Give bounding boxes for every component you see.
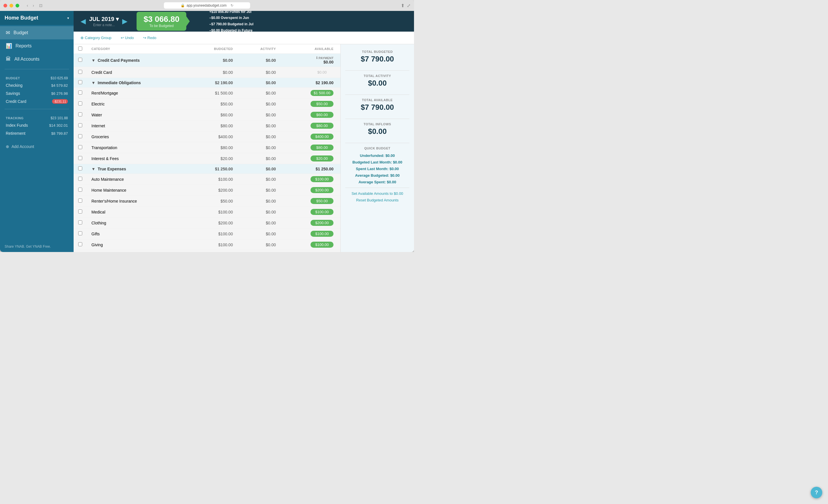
sidebar-account-retirement[interactable]: Retirement $8 799.87 bbox=[5, 129, 69, 137]
month-selector[interactable]: JUL 2019 ▾ bbox=[89, 15, 119, 22]
spent-last-month-value: $0.00 bbox=[389, 167, 399, 171]
electric-activity: $0.00 bbox=[238, 99, 281, 109]
gifts-budgeted[interactable]: $100.00 bbox=[189, 228, 238, 239]
budgeted-last-month-item[interactable]: Budgeted Last Month: $0.00 bbox=[345, 160, 409, 164]
sidebar-account-savings[interactable]: Savings $6 276.98 bbox=[5, 89, 69, 97]
undo-button[interactable]: ↩ Undo bbox=[118, 35, 136, 41]
renters-insurance-budgeted[interactable]: $50.00 bbox=[189, 196, 238, 207]
auto-maintenance-budgeted[interactable]: $100.00 bbox=[189, 174, 238, 185]
add-account-icon: ⊕ bbox=[6, 144, 9, 149]
fullscreen-button[interactable]: ⤢ bbox=[407, 3, 411, 8]
transportation-name[interactable]: Transportation bbox=[87, 142, 189, 153]
sidebar-dropdown-icon[interactable]: ▾ bbox=[67, 16, 69, 20]
group-name-cell-1[interactable]: ▼ Credit Card Payments bbox=[87, 54, 189, 67]
sidebar-account-checking[interactable]: Checking $4 579.82 bbox=[5, 81, 69, 89]
computer-replacement-name[interactable]: Computer Replacement bbox=[87, 250, 189, 252]
checkbox-water[interactable] bbox=[78, 112, 82, 117]
group-checkbox-true-expenses[interactable] bbox=[78, 166, 82, 170]
zoom-traffic-light[interactable] bbox=[15, 4, 19, 7]
renters-insurance-name[interactable]: Renter's/Home Insurance bbox=[87, 196, 189, 207]
redo-icon: ↪ bbox=[143, 36, 146, 40]
minimize-traffic-light[interactable] bbox=[9, 4, 13, 7]
home-maintenance-name[interactable]: Home Maintenance bbox=[87, 185, 189, 196]
spent-last-month-item[interactable]: Spent Last Month: $0.00 bbox=[345, 167, 409, 171]
interest-fees-name[interactable]: Interest & Fees bbox=[87, 153, 189, 164]
groceries-name[interactable]: Groceries bbox=[87, 131, 189, 142]
water-budgeted[interactable]: $60.00 bbox=[189, 109, 238, 121]
prev-month-button[interactable]: ◀ bbox=[81, 17, 86, 25]
group-toggle-1[interactable]: ▼ bbox=[91, 58, 95, 63]
average-spent-item[interactable]: Average Spent: $0.00 bbox=[345, 180, 409, 184]
electric-name[interactable]: Electric bbox=[87, 99, 189, 109]
group-toggle-immediate[interactable]: ▼ bbox=[91, 81, 95, 85]
clothing-budgeted[interactable]: $200.00 bbox=[189, 218, 238, 228]
redo-button[interactable]: ↪ Redo bbox=[141, 35, 159, 41]
budgeted-last-month-label: Budgeted Last Month: bbox=[353, 160, 393, 164]
checkbox-transportation[interactable] bbox=[78, 145, 82, 149]
transportation-budgeted[interactable]: $80.00 bbox=[189, 142, 238, 153]
rent-name[interactable]: Rent/Mortgage bbox=[87, 88, 189, 99]
url-bar[interactable]: 🔒 app.youneedabudget.com ↻ bbox=[164, 2, 250, 9]
reset-budgeted-link[interactable]: Reset Budgeted Amounts bbox=[345, 198, 409, 202]
medical-budgeted[interactable]: $100.00 bbox=[189, 207, 238, 218]
checkbox-electric[interactable] bbox=[78, 101, 82, 105]
group-checkbox-immediate[interactable] bbox=[78, 80, 82, 84]
row-credit-card: Credit Card $0.00 $0.00 $0.00 bbox=[74, 67, 340, 78]
all-accounts-icon: 🏛 bbox=[6, 56, 11, 62]
next-month-button[interactable]: ▶ bbox=[122, 17, 127, 25]
rent-budgeted[interactable]: $1 500.00 bbox=[189, 88, 238, 99]
close-traffic-light[interactable] bbox=[3, 4, 7, 7]
back-button[interactable]: ‹ bbox=[25, 3, 30, 8]
internet-budgeted[interactable]: $80.00 bbox=[189, 121, 238, 131]
checkbox-renters-insurance[interactable] bbox=[78, 198, 82, 202]
sidebar-item-all-accounts[interactable]: 🏛 All Accounts bbox=[0, 53, 74, 65]
credit-card-budgeted[interactable]: $0.00 bbox=[189, 67, 238, 78]
internet-name[interactable]: Internet bbox=[87, 121, 189, 131]
medical-name[interactable]: Medical bbox=[87, 207, 189, 218]
credit-card-name[interactable]: Credit Card bbox=[87, 67, 189, 78]
group-toggle-true-expenses[interactable]: ▼ bbox=[91, 167, 95, 171]
checkbox-giving[interactable] bbox=[78, 242, 82, 246]
checkbox-credit-card[interactable] bbox=[78, 70, 82, 74]
sidebar-toggle-button[interactable]: ⊡ bbox=[39, 3, 43, 8]
checkbox-clothing[interactable] bbox=[78, 220, 82, 224]
underfunded-item[interactable]: Underfunded: $0.00 bbox=[345, 153, 409, 158]
clothing-name[interactable]: Clothing bbox=[87, 218, 189, 228]
computer-replacement-budgeted[interactable]: $200.00 bbox=[189, 250, 238, 252]
group-name-immediate[interactable]: ▼ Immediate Obligations bbox=[87, 78, 189, 88]
sidebar-item-reports[interactable]: 📊 Reports bbox=[0, 39, 74, 53]
checkbox-medical[interactable] bbox=[78, 210, 82, 214]
month-note[interactable]: Enter a note... bbox=[93, 23, 115, 27]
checkbox-rent[interactable] bbox=[78, 91, 82, 95]
checkbox-interest-fees[interactable] bbox=[78, 156, 82, 160]
checkbox-internet[interactable] bbox=[78, 123, 82, 127]
forward-button[interactable]: › bbox=[31, 3, 36, 8]
select-all-checkbox[interactable] bbox=[78, 47, 82, 51]
interest-fees-budgeted[interactable]: $20.00 bbox=[189, 153, 238, 164]
auto-maintenance-name[interactable]: Auto Maintenance bbox=[87, 174, 189, 185]
row-auto-maintenance: Auto Maintenance $100.00 $0.00 $100.00 bbox=[74, 174, 340, 185]
home-maintenance-budgeted[interactable]: $200.00 bbox=[189, 185, 238, 196]
checkbox-home-maintenance[interactable] bbox=[78, 188, 82, 192]
sidebar-item-budget[interactable]: ✉ Budget bbox=[0, 26, 74, 39]
sidebar-account-credit-card[interactable]: Credit Card -$231.11 bbox=[5, 97, 69, 105]
checkbox-auto-maintenance[interactable] bbox=[78, 177, 82, 181]
add-account-button[interactable]: ⊕ Add Account bbox=[0, 141, 74, 152]
water-name[interactable]: Water bbox=[87, 109, 189, 121]
add-category-group-button[interactable]: ⊕ Category Group bbox=[78, 35, 114, 41]
average-budgeted-item[interactable]: Average Budgeted: $0.00 bbox=[345, 173, 409, 178]
group-checkbox-1[interactable] bbox=[78, 58, 82, 62]
groceries-budgeted[interactable]: $400.00 bbox=[189, 131, 238, 142]
giving-budgeted[interactable]: $100.00 bbox=[189, 239, 238, 250]
row-clothing: Clothing $200.00 $0.00 $200.00 bbox=[74, 218, 340, 228]
sidebar-account-index-funds[interactable]: Index Funds $14 302.01 bbox=[5, 121, 69, 129]
giving-name[interactable]: Giving bbox=[87, 239, 189, 250]
checkbox-gifts[interactable] bbox=[78, 231, 82, 235]
group-name-true-expenses[interactable]: ▼ True Expenses bbox=[87, 164, 189, 174]
electric-budgeted[interactable]: $50.00 bbox=[189, 99, 238, 109]
gifts-name[interactable]: Gifts bbox=[87, 228, 189, 239]
share-button[interactable]: ⬆ bbox=[401, 3, 405, 8]
set-available-link[interactable]: Set Available Amounts to $0.00 bbox=[345, 191, 409, 196]
spent-last-month-label: Spent Last Month: bbox=[356, 167, 389, 171]
checkbox-groceries[interactable] bbox=[78, 134, 82, 138]
